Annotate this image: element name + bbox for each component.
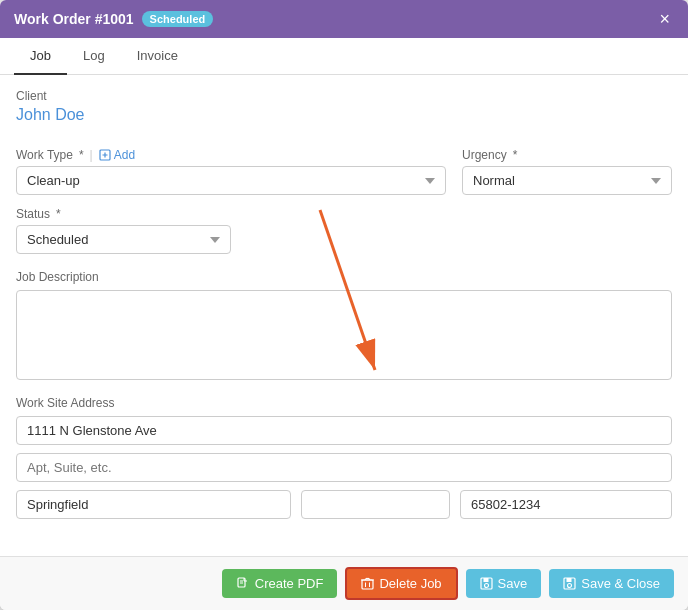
scroll-hint	[16, 527, 672, 537]
save-label: Save	[498, 576, 528, 591]
work-site-group: Work Site Address	[16, 392, 672, 527]
modal-title-text: Work Order #1001	[14, 11, 134, 27]
client-label: Client	[16, 89, 672, 103]
urgency-label-row: Urgency *	[462, 148, 672, 162]
trash-icon	[361, 577, 374, 591]
work-site-label: Work Site Address	[16, 396, 672, 410]
modal-header: Work Order #1001 Scheduled ×	[0, 0, 688, 38]
work-type-label: Work Type	[16, 148, 73, 162]
svg-point-20	[568, 584, 572, 588]
status-select[interactable]: Scheduled In Progress Completed Cancelle…	[16, 225, 231, 254]
status-group: Status * Scheduled In Progress Completed…	[16, 207, 231, 254]
svg-rect-16	[483, 578, 488, 582]
status-label-row: Status *	[16, 207, 231, 221]
urgency-required: *	[513, 148, 518, 162]
status-required: *	[56, 207, 61, 221]
tab-bar: Job Log Invoice	[0, 38, 688, 75]
tab-log[interactable]: Log	[67, 38, 121, 75]
work-order-modal: Work Order #1001 Scheduled × Job Log Inv…	[0, 0, 688, 610]
add-icon	[99, 149, 111, 161]
tab-job[interactable]: Job	[14, 38, 67, 75]
svg-point-17	[484, 584, 488, 588]
address1-input[interactable]	[16, 416, 672, 445]
work-urgency-row: Work Type * | Add Clean-up Maintenance R…	[16, 148, 672, 195]
save-icon	[480, 577, 493, 590]
address-line1-row	[16, 416, 672, 445]
pdf-icon	[236, 577, 250, 591]
save-button[interactable]: Save	[466, 569, 542, 598]
create-pdf-button[interactable]: Create PDF	[222, 569, 338, 598]
urgency-group: Urgency * Normal Low High Urgent	[462, 148, 672, 195]
state-input[interactable]	[301, 490, 450, 519]
job-description-label: Job Description	[16, 270, 672, 284]
svg-rect-8	[362, 580, 373, 589]
work-type-group: Work Type * | Add Clean-up Maintenance R…	[16, 148, 446, 195]
address-line2-row	[16, 453, 672, 482]
create-pdf-label: Create PDF	[255, 576, 324, 591]
modal-body: Client John Doe Work Type * | Add Clean-…	[0, 75, 688, 556]
delete-job-label: Delete Job	[379, 576, 441, 591]
svg-rect-19	[567, 578, 572, 582]
modal-footer: Create PDF Delete Job Save Save & Close	[0, 556, 688, 610]
work-type-label-row: Work Type * | Add	[16, 148, 446, 162]
work-type-required: *	[79, 148, 84, 162]
zip-input[interactable]	[460, 490, 672, 519]
city-input[interactable]	[16, 490, 291, 519]
close-button[interactable]: ×	[655, 8, 674, 30]
add-work-type-link[interactable]: Add	[99, 148, 135, 162]
address2-input[interactable]	[16, 453, 672, 482]
job-description-group: Job Description	[16, 266, 672, 380]
urgency-label: Urgency	[462, 148, 507, 162]
client-name: John Doe	[16, 106, 672, 124]
city-zip-row	[16, 490, 672, 519]
delete-job-button[interactable]: Delete Job	[345, 567, 457, 600]
save-close-icon	[563, 577, 576, 590]
client-section: Client John Doe	[16, 89, 672, 138]
add-label: Add	[114, 148, 135, 162]
work-type-select[interactable]: Clean-up Maintenance Repair Installation	[16, 166, 446, 195]
status-label: Status	[16, 207, 50, 221]
job-description-textarea[interactable]	[16, 290, 672, 380]
status-badge: Scheduled	[142, 11, 214, 27]
save-close-label: Save & Close	[581, 576, 660, 591]
urgency-select[interactable]: Normal Low High Urgent	[462, 166, 672, 195]
tab-invoice[interactable]: Invoice	[121, 38, 194, 75]
modal-title-area: Work Order #1001 Scheduled	[14, 11, 213, 27]
separator: |	[90, 148, 93, 162]
save-close-button[interactable]: Save & Close	[549, 569, 674, 598]
